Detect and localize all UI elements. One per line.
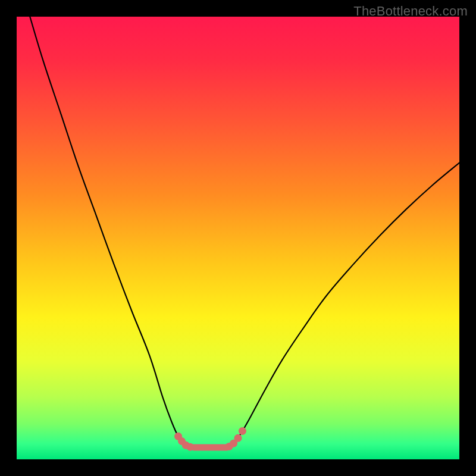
gradient-background bbox=[17, 17, 459, 459]
watermark-text: TheBottleneck.com bbox=[353, 4, 468, 19]
curve-marker bbox=[239, 427, 246, 435]
chart-frame: TheBottleneck.com bbox=[0, 0, 476, 476]
bottleneck-chart bbox=[17, 17, 459, 459]
curve-marker bbox=[186, 443, 194, 451]
curve-marker bbox=[234, 434, 242, 442]
